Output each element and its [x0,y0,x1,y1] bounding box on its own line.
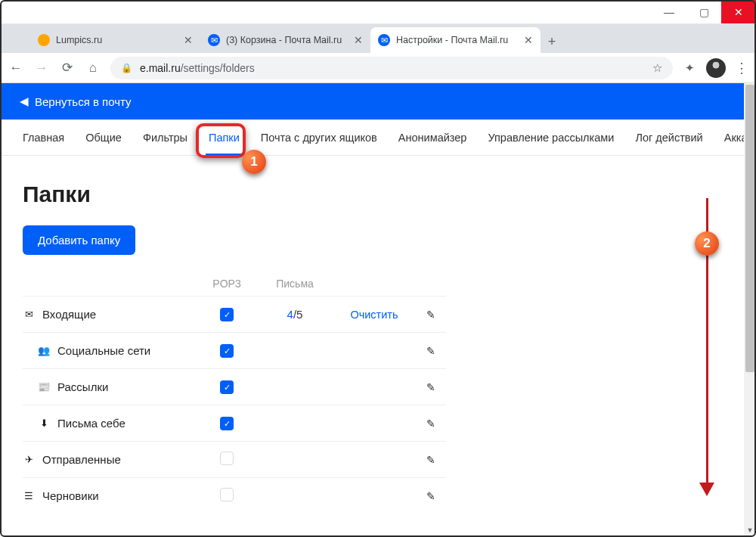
back-arrow-icon: ◀ [20,95,29,108]
to-myself-icon: ⬇ [38,417,50,429]
window-titlebar: — ▢ ✕ [0,0,756,24]
window-minimize-button[interactable]: — [652,0,686,23]
nav-activity-log[interactable]: Лог действий [624,120,713,156]
back-to-mail-bar[interactable]: ◀ Вернуться в почту [0,83,744,120]
nav-main[interactable]: Главная [12,120,75,156]
extensions-icon[interactable]: ✦ [682,61,697,75]
new-tab-button[interactable]: + [541,30,563,53]
scrollbar-thumb[interactable] [745,85,754,372]
clear-link[interactable]: Очистить [350,309,398,321]
folder-name: Рассылки [57,380,108,393]
close-icon[interactable]: ✕ [184,34,193,46]
edit-icon[interactable]: ✎ [426,417,435,430]
edit-icon[interactable]: ✎ [426,345,435,357]
address-bar[interactable]: 🔒 e.mail.ru/settings/folders ☆ [110,57,673,79]
close-icon[interactable]: ✕ [524,34,533,46]
social-icon: 👥 [38,345,50,356]
folder-row-drafts: ☰Черновики ✎ [23,477,446,514]
pop3-checkbox[interactable] [220,488,234,501]
nav-subscriptions[interactable]: Управление рассылками [477,120,624,156]
folder-row-sent: ✈Отправленные ✎ [23,441,446,477]
scrollbar[interactable]: ▼ [744,83,756,535]
home-button[interactable]: ⌂ [85,61,101,76]
edit-icon[interactable]: ✎ [426,309,435,321]
tab-title: Lumpics.ru [56,35,102,45]
back-to-mail-label: Вернуться в почту [35,95,132,108]
browser-tab[interactable]: Lumpics.ru ✕ [30,27,200,53]
browser-tab-active[interactable]: ✉ Настройки - Почта Mail.ru ✕ [370,27,541,53]
folder-row-to-myself: ⬇Письма себе ✓ ✎ [23,405,446,441]
column-pop3: POP3 [197,278,257,290]
page-title: Папки [23,182,721,207]
favicon-mailru: ✉ [378,34,390,46]
sent-icon: ✈ [23,454,35,465]
profile-avatar[interactable] [706,58,726,78]
folder-row-social: 👥Социальные сети ✓ ✎ [23,332,446,368]
close-icon[interactable]: ✕ [354,34,363,46]
tab-title: Настройки - Почта Mail.ru [396,35,508,45]
pop3-checkbox[interactable]: ✓ [220,308,234,321]
nav-anonymizer[interactable]: Анонимайзер [388,120,478,156]
folder-name: Социальные сети [57,344,150,357]
reload-button[interactable]: ⟳ [59,60,76,76]
browser-tabstrip: Lumpics.ru ✕ ✉ (3) Корзина - Почта Mail.… [0,24,756,53]
folder-name: Отправленные [42,453,121,466]
pop3-checkbox[interactable]: ✓ [220,344,234,358]
url-host: e.mail.ru [140,62,181,74]
newsletter-icon: 📰 [38,381,50,393]
add-folder-button[interactable]: Добавить папку [23,225,135,255]
favicon-mailru: ✉ [208,34,220,46]
pop3-checkbox[interactable]: ✓ [220,380,234,394]
lock-icon: 🔒 [121,63,132,73]
page-content: ◀ Вернуться в почту Главная Общие Фильтр… [0,83,744,535]
settings-nav: Главная Общие Фильтры Папки Почта с друг… [0,120,744,156]
column-letters: Письма [257,278,333,290]
edit-icon[interactable]: ✎ [426,454,435,466]
folder-name: Входящие [42,308,96,321]
nav-folders[interactable]: Папки [198,120,250,156]
browser-tab[interactable]: ✉ (3) Корзина - Почта Mail.ru ✕ [200,27,370,53]
forward-button[interactable]: → [33,61,50,76]
tab-title: (3) Корзина - Почта Mail.ru [226,35,342,45]
nav-general[interactable]: Общие [75,120,132,156]
inbox-icon: ✉ [23,309,35,320]
edit-icon[interactable]: ✎ [426,490,435,502]
folder-row-newsletters: 📰Рассылки ✓ ✎ [23,368,446,405]
nav-account[interactable]: Аккаунт [714,120,744,156]
window-close-button[interactable]: ✕ [721,0,756,23]
favicon-lumpics [38,34,50,46]
nav-other-mailboxes[interactable]: Почта с других ящиков [250,120,388,156]
folder-name: Письма себе [57,417,125,430]
folder-row-inbox: ✉Входящие ✓ 4/5 Очистить ✎ [23,296,446,332]
back-button[interactable]: ← [8,61,24,76]
bookmark-star-icon[interactable]: ☆ [652,61,662,75]
edit-icon[interactable]: ✎ [426,381,435,393]
folders-table: POP3 Письма ✉Входящие ✓ 4/5 Очистить ✎ 👥… [23,272,446,514]
drafts-icon: ☰ [23,490,35,501]
pop3-checkbox[interactable] [220,452,234,465]
folder-name: Черновики [42,489,99,502]
window-maximize-button[interactable]: ▢ [686,0,721,23]
browser-toolbar: ← → ⟳ ⌂ 🔒 e.mail.ru/settings/folders ☆ ✦… [0,53,756,83]
kebab-menu-icon[interactable]: ⋮ [735,60,748,76]
url-path: /settings/folders [181,62,255,74]
nav-filters[interactable]: Фильтры [132,120,198,156]
pop3-checkbox[interactable]: ✓ [220,417,234,430]
scroll-down-arrow[interactable]: ▼ [744,526,756,534]
